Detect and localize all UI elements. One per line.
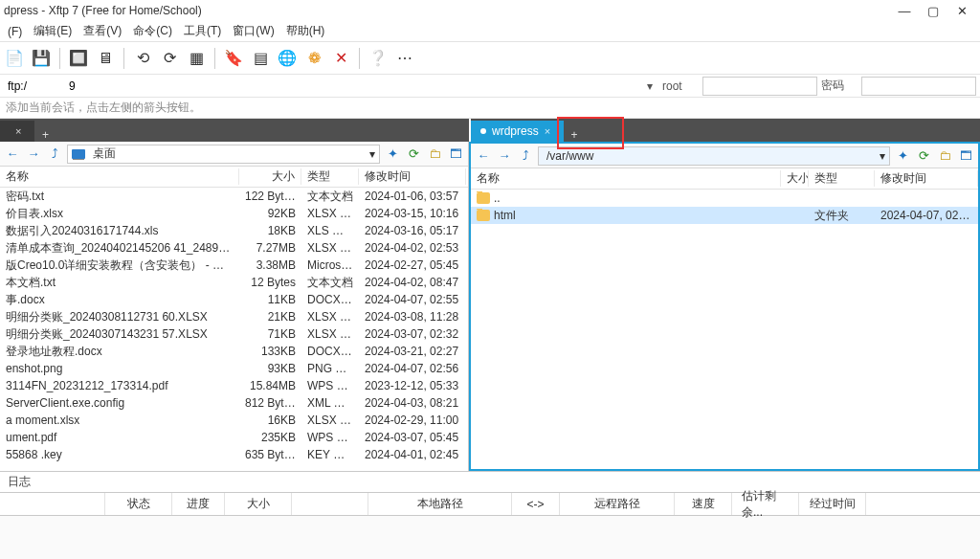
host-dropdown-icon[interactable]: ▾ (647, 79, 658, 93)
save-icon[interactable]: 💾 (31, 48, 52, 69)
status-col[interactable] (0, 493, 105, 515)
tree-icon[interactable]: ▤ (250, 48, 271, 69)
remote-file-list[interactable]: ..html文件夹2024-04-07, 02:49 (471, 190, 978, 469)
new-icon[interactable]: 📄 (4, 48, 25, 69)
new-remote-tab-button[interactable]: + (564, 128, 585, 142)
col-header-kind[interactable]: 类型 (301, 168, 359, 185)
nav-forward-icon[interactable]: → (25, 145, 42, 163)
menu-item[interactable]: 命令(C) (127, 21, 178, 41)
local-file-list[interactable]: 密码.txt122 Bytes文本文档2024-01-06, 03:57价目表.… (0, 188, 468, 471)
close-icon[interactable]: × (15, 125, 21, 137)
new-local-tab-button[interactable]: + (34, 128, 56, 142)
flower-icon[interactable]: ❁ (303, 48, 324, 69)
host-field[interactable] (65, 77, 643, 96)
menu-item[interactable]: 编辑(E) (28, 21, 78, 41)
status-col[interactable]: 大小 (225, 493, 292, 515)
list-item[interactable]: ument.pdf235KBWPS PDF ...2024-03-07, 05:… (0, 429, 468, 446)
col-header-kind[interactable]: 类型 (809, 170, 875, 187)
status-col[interactable]: 远程路径 (560, 493, 675, 515)
file-kind: PNG 图片... (301, 361, 359, 377)
flag-icon[interactable]: 🔖 (223, 48, 244, 69)
x-icon[interactable]: ✕ (330, 48, 351, 69)
nav-back-icon[interactable]: ← (4, 145, 21, 163)
preview-icon[interactable]: 🔲 (68, 48, 89, 69)
star-icon[interactable]: ✦ (894, 147, 911, 165)
status-col[interactable] (292, 493, 368, 515)
list-item[interactable]: 价目表.xlsx92KBXLSX 工作...2024-03-15, 10:16 (0, 205, 468, 222)
maximize-button[interactable]: ▢ (919, 4, 947, 18)
user-field[interactable] (702, 77, 817, 96)
remote-path-field[interactable]: /var/www ▾ (538, 146, 890, 166)
refresh-icon[interactable]: ⟳ (915, 147, 932, 165)
explorer-icon[interactable]: 🗔 (447, 145, 464, 163)
minimize-button[interactable]: — (890, 4, 919, 18)
back-icon[interactable]: ⟲ (132, 48, 153, 69)
menu-item[interactable]: 窗口(W) (227, 21, 279, 41)
chevron-down-icon[interactable]: ▾ (880, 149, 885, 163)
protocol-field[interactable] (4, 77, 61, 96)
status-col[interactable]: 进度 (172, 493, 225, 515)
nav-forward-icon[interactable]: → (496, 147, 513, 165)
new-folder-icon[interactable]: 🗀 (936, 147, 953, 165)
file-name: 价目表.xlsx (6, 207, 63, 220)
status-col[interactable]: <-> (512, 493, 560, 515)
status-col[interactable]: 经过时间 (799, 493, 866, 515)
app-icon[interactable]: 🖥 (95, 48, 116, 69)
local-tab[interactable]: × (0, 121, 34, 142)
status-col[interactable]: 状态 (105, 493, 172, 515)
menu-item[interactable]: 工具(T) (178, 21, 227, 41)
col-header-name[interactable]: 名称 (0, 168, 239, 185)
file-time: 2024-02-29, 11:00 (359, 414, 466, 427)
list-item[interactable]: 3114FN_20231212_173314.pdf15.84MBWPS PDF… (0, 377, 468, 394)
info-icon[interactable]: ⋯ (394, 48, 415, 69)
close-window-button[interactable]: ✕ (947, 4, 976, 18)
list-item[interactable]: 事.docx11KBDOCX 文档2024-04-07, 02:55 (0, 291, 468, 308)
status-col[interactable]: 速度 (675, 493, 732, 515)
remote-tab[interactable]: wrdpress × (471, 121, 564, 142)
list-item[interactable]: 55868 .key635 BytesKEY 文件2024-04-01, 02:… (0, 446, 468, 463)
list-item[interactable]: 版Creo10.0详细安装教程（含安装包） - 知乎.mh...3.38MBMi… (0, 257, 468, 274)
col-header-name[interactable]: 名称 (471, 170, 781, 187)
nav-back-icon[interactable]: ← (475, 147, 492, 165)
list-item[interactable]: 登录地址教程.docx133KBDOCX 文档2024-03-21, 02:27 (0, 343, 468, 360)
close-icon[interactable]: × (545, 125, 550, 137)
new-folder-icon[interactable]: 🗀 (426, 145, 443, 163)
help-icon[interactable]: ❔ (368, 48, 389, 69)
log-pane-header[interactable]: 日志 (0, 471, 980, 492)
col-header-size[interactable]: 大小 (239, 168, 301, 185)
list-item[interactable]: 清单成本查询_20240402145206 41_248977.xlsx7.27… (0, 239, 468, 257)
password-field[interactable] (861, 77, 976, 96)
menu-item[interactable]: (F) (2, 23, 28, 40)
nav-up-icon[interactable]: ⤴ (46, 145, 63, 163)
star-icon[interactable]: ✦ (384, 145, 401, 163)
list-item[interactable]: a moment.xlsx16KBXLSX 工作...2024-02-29, 1… (0, 412, 468, 429)
list-item[interactable]: html文件夹2024-04-07, 02:49 (471, 207, 978, 224)
menu-item[interactable]: 帮助(H) (280, 21, 331, 41)
list-item[interactable]: 明细分类账_20240307143231 57.XLSX71KBXLSX 工作.… (0, 325, 468, 343)
list-item[interactable]: 密码.txt122 Bytes文本文档2024-01-06, 03:57 (0, 188, 468, 205)
list-item[interactable]: ServerClient.exe.config812 BytesXML Conf… (0, 394, 468, 412)
col-header-time[interactable]: 修改时间 (875, 170, 978, 187)
chevron-down-icon[interactable]: ▾ (369, 147, 375, 161)
status-col[interactable]: 估计剩余... (732, 493, 799, 515)
local-path-field[interactable]: 桌面 ▾ (67, 145, 380, 164)
title-bar: dpress - Xftp 7 (Free for Home/School) —… (0, 0, 980, 21)
file-kind: XLSX 工作... (301, 413, 359, 429)
list-item[interactable]: .. (471, 190, 978, 207)
refresh-icon[interactable]: ⟳ (405, 145, 422, 163)
explorer-icon[interactable]: 🗔 (957, 147, 974, 165)
list-item[interactable]: 本文档.txt12 Bytes文本文档2024-04-02, 08:47 (0, 274, 468, 291)
nav-up-icon[interactable]: ⤴ (517, 147, 534, 165)
globe-icon[interactable]: 🌐 (277, 48, 298, 69)
file-name: 事.docx (6, 293, 45, 306)
list-item[interactable]: enshot.png93KBPNG 图片...2024-04-07, 02:56 (0, 360, 468, 377)
list-item[interactable]: 数据引入20240316171744.xls18KBXLS 工作表2024-03… (0, 222, 468, 239)
status-col[interactable]: 本地路径 (368, 493, 512, 515)
menu-item[interactable]: 查看(V) (78, 21, 127, 41)
list-item[interactable]: 明细分类账_20240308112731 60.XLSX21KBXLSX 工作.… (0, 308, 468, 325)
user-label: root (662, 79, 699, 93)
layout-icon[interactable]: ▦ (186, 48, 207, 69)
col-header-time[interactable]: 修改时间 (359, 168, 466, 185)
forward-icon[interactable]: ⟳ (159, 48, 180, 69)
col-header-size[interactable]: 大小 (781, 170, 810, 187)
